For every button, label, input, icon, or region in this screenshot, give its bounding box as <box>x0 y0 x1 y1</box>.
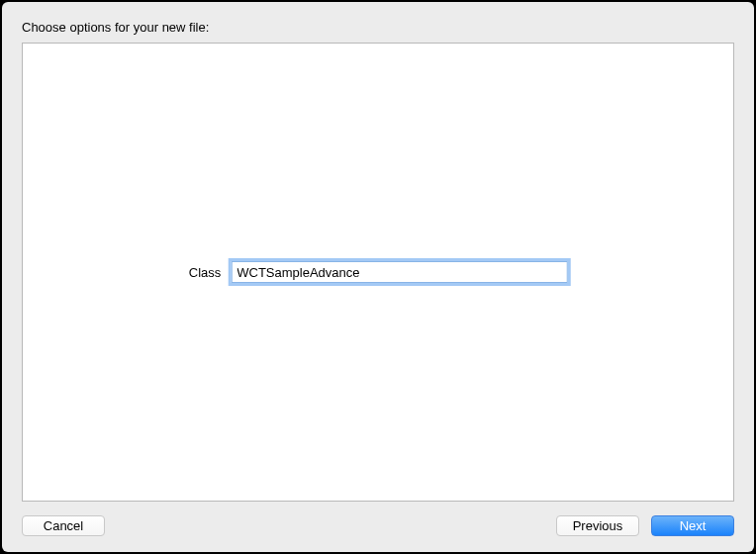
dialog-window: Choose options for your new file: Class … <box>2 2 754 552</box>
content-panel: Class <box>22 43 734 502</box>
previous-button[interactable]: Previous <box>556 515 639 536</box>
class-input-wrapper <box>231 261 567 283</box>
class-form-row: Class <box>189 261 568 283</box>
dialog-heading: Choose options for your new file: <box>22 20 734 35</box>
class-input[interactable] <box>231 261 567 283</box>
button-bar: Cancel Previous Next <box>22 515 734 536</box>
class-label: Class <box>189 265 222 280</box>
button-group-right: Previous Next <box>556 515 734 536</box>
next-button[interactable]: Next <box>651 515 734 536</box>
cancel-button[interactable]: Cancel <box>22 515 105 536</box>
